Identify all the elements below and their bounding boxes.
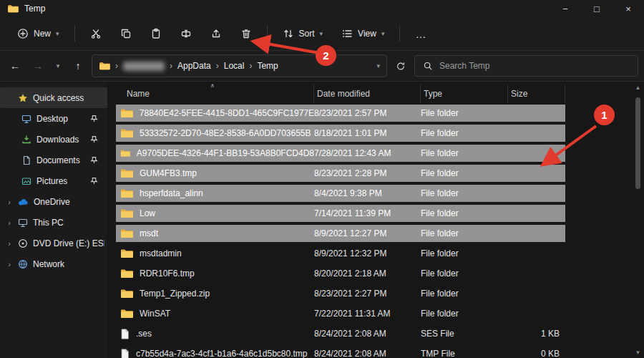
disc-icon — [18, 238, 28, 248]
table-row[interactable]: 78840E42-5FEE-4415-8DD1-465C9FC1977E 8/2… — [116, 103, 565, 123]
table-row[interactable]: Temp1_Zipped.zip 8/23/2021 2:27 PM File … — [116, 284, 565, 304]
sort-ascending-icon: ∧ — [210, 82, 215, 89]
sidebar-item-onedrive[interactable]: › OneDrive — [0, 191, 107, 212]
table-row[interactable]: msdtadmin 8/9/2021 12:32 PM File folder — [116, 243, 565, 263]
trash-icon — [240, 28, 252, 39]
column-label: Type — [424, 89, 442, 99]
recent-locations-button[interactable]: ▾ — [52, 57, 64, 75]
onedrive-cloud-icon — [18, 198, 29, 206]
column-header-size[interactable]: Size — [508, 84, 565, 103]
file-date: 8/24/2021 2:08 AM — [314, 349, 421, 358]
file-type: File folder — [421, 309, 508, 319]
content-area: Quick access Desktop Downloads Documents… — [0, 82, 644, 358]
sidebar-item-label: OneDrive — [34, 197, 70, 207]
sidebar-item-dvd-drive[interactable]: › DVD Drive (E:) ESD- — [0, 233, 107, 253]
cut-button[interactable] — [83, 23, 109, 44]
chevron-down-icon: ▾ — [320, 30, 323, 37]
network-icon — [18, 259, 28, 269]
file-date: 8/9/2021 12:27 PM — [314, 228, 421, 238]
table-row[interactable]: WinSAT 7/22/2021 11:31 AM File folder — [116, 304, 565, 324]
table-row[interactable]: A9705DEE-4326-44F1-BB19-53A8B0FCD4D8 7/2… — [116, 143, 565, 163]
vertical-scrollbar[interactable]: ▲ ▼ — [633, 83, 643, 357]
delete-button[interactable] — [233, 23, 259, 44]
file-date: 7/22/2021 11:31 AM — [314, 309, 421, 319]
minimize-button[interactable]: − — [550, 0, 581, 17]
sidebar-item-label: Desktop — [36, 114, 68, 124]
sidebar-item-downloads[interactable]: Downloads — [0, 129, 107, 150]
pin-icon — [90, 115, 98, 122]
file-date: 7/28/2021 12:43 AM — [314, 148, 421, 158]
breadcrumb-segment-appdata[interactable]: AppData — [177, 61, 211, 71]
table-row[interactable]: hsperfdata_alinn 8/4/2021 9:38 PM File f… — [116, 183, 565, 203]
view-label: View — [358, 29, 376, 39]
column-header-date-modified[interactable]: Date modified — [314, 84, 421, 103]
back-button[interactable]: ← — [6, 57, 24, 75]
close-button[interactable]: × — [613, 0, 644, 17]
breadcrumb-separator: › — [249, 61, 252, 71]
table-row[interactable]: c7b55d4a-7ac3-4cf1-b1a6-4a6c1d5bc80.tmp … — [116, 344, 565, 358]
table-row[interactable]: .ses 8/24/2021 2:08 AM SES File 1 KB — [116, 324, 565, 344]
scroll-up-icon[interactable]: ▲ — [633, 84, 643, 91]
file-name: WinSAT — [140, 309, 170, 319]
table-row[interactable]: msdt 8/9/2021 12:27 PM File folder — [116, 223, 565, 243]
expand-chevron-icon[interactable]: › — [6, 239, 13, 248]
window-title: Temp — [24, 4, 45, 14]
folder-icon — [99, 62, 110, 70]
file-name: 78840E42-5FEE-4415-8DD1-465C9FC1977E — [140, 108, 314, 118]
folder-icon — [120, 309, 133, 319]
table-row[interactable]: 53332572-2D70-48E2-8538-6A0DD703655B 8/1… — [116, 123, 565, 143]
sort-button[interactable]: Sort ▾ — [275, 23, 331, 44]
search-icon — [423, 61, 433, 71]
expand-chevron-icon[interactable]: › — [6, 218, 13, 227]
expand-chevron-icon[interactable]: › — [6, 198, 13, 206]
new-label: New — [34, 29, 51, 39]
folder-icon — [120, 268, 133, 279]
column-header-name[interactable]: Name ∧ — [116, 84, 314, 103]
refresh-button[interactable] — [391, 57, 410, 75]
breadcrumb-segment-local[interactable]: Local — [224, 61, 245, 71]
sidebar-item-documents[interactable]: Documents — [0, 150, 107, 170]
share-button[interactable] — [203, 23, 229, 44]
copy-button[interactable] — [113, 23, 139, 44]
forward-button[interactable]: → — [29, 57, 47, 75]
column-header-type[interactable]: Type — [421, 84, 508, 103]
new-button[interactable]: New ▾ — [10, 23, 67, 44]
sidebar-item-label: Quick access — [33, 93, 84, 103]
address-dropdown-chevron[interactable]: ▾ — [376, 62, 380, 69]
titlebar: Temp − □ × — [0, 0, 644, 17]
folder-icon — [120, 188, 133, 198]
file-name-cell: msdtadmin — [116, 248, 314, 258]
file-type: File folder — [421, 188, 508, 198]
column-label: Size — [511, 89, 527, 99]
sidebar-item-desktop[interactable]: Desktop — [0, 108, 107, 129]
view-button[interactable]: View ▾ — [334, 23, 391, 44]
sort-icon — [283, 28, 294, 39]
pin-icon — [90, 156, 98, 164]
more-options-button[interactable]: … — [408, 23, 434, 45]
folder-icon — [7, 4, 19, 13]
folder-icon — [120, 168, 133, 178]
sidebar-item-this-pc[interactable]: › This PC — [0, 212, 107, 233]
file-date: 8/4/2021 9:38 PM — [314, 188, 421, 198]
maximize-button[interactable]: □ — [581, 0, 613, 17]
breadcrumb[interactable]: › › AppData › Local › Temp ▾ — [92, 54, 387, 77]
table-row[interactable]: Low 7/14/2021 11:39 PM File folder — [116, 203, 565, 223]
table-row[interactable]: RDR10F6.tmp 8/20/2021 2:18 AM File folde… — [116, 263, 565, 284]
scrollbar-thumb[interactable] — [635, 97, 640, 189]
sidebar-item-quick-access[interactable]: Quick access — [0, 87, 107, 108]
table-row[interactable]: GUM4FB3.tmp 8/23/2021 2:28 PM File folde… — [116, 163, 565, 183]
search-input[interactable]: Search Temp — [414, 55, 638, 77]
sidebar-item-pictures[interactable]: Pictures — [0, 170, 107, 191]
sidebar-item-label: Documents — [36, 155, 80, 165]
expand-chevron-icon[interactable]: › — [6, 260, 13, 268]
file-name: .ses — [136, 329, 152, 339]
up-button[interactable]: ↑ — [69, 57, 87, 75]
rename-button[interactable] — [173, 23, 199, 44]
sidebar-item-network[interactable]: › Network — [0, 253, 107, 274]
scroll-down-icon[interactable]: ▼ — [633, 349, 643, 356]
folder-icon — [120, 208, 133, 218]
breadcrumb-segment-temp[interactable]: Temp — [257, 61, 278, 71]
file-name-cell: hsperfdata_alinn — [116, 188, 314, 198]
paste-button[interactable] — [143, 23, 169, 44]
file-size: 0 KB — [508, 349, 565, 358]
